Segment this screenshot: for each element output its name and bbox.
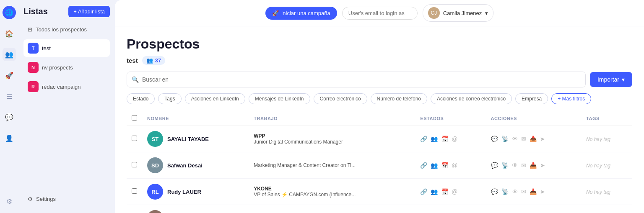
select-all-checkbox[interactable] (132, 115, 137, 121)
avatar: SS (147, 210, 163, 213)
list-badge-t: T (28, 43, 39, 54)
message-icon[interactable]: 💬 (491, 162, 498, 169)
chat-icon[interactable]: 💬 (3, 110, 16, 124)
import-button[interactable]: Importar ▾ (590, 72, 632, 87)
chevron-down-icon: ▾ (485, 10, 488, 16)
at-icon[interactable]: @ (452, 136, 457, 142)
filter-correo[interactable]: Correo electrónico (314, 93, 367, 104)
top-bar-center: 🚀 Iniciar una campaña CJ Camila Jimenez … (265, 4, 494, 22)
link-icon[interactable]: 🔗 (420, 136, 427, 142)
sidebar-item-test[interactable]: T test (23, 39, 110, 57)
send-icon[interactable]: ➤ (540, 162, 545, 169)
icon-rail: 🌐 🏠 👥 🚀 ☰ 💬 👤 ⚙ (0, 0, 18, 213)
avatar: RL (147, 184, 163, 200)
prospect-count-badge: 👥 37 (142, 56, 165, 65)
calendar-icon[interactable]: 📅 (441, 188, 448, 195)
user-badge[interactable]: CJ Camila Jimenez ▾ (423, 4, 493, 22)
rocket-small-icon: 🚀 (272, 10, 279, 16)
home-icon[interactable]: 🏠 (3, 27, 16, 40)
filter-empresa[interactable]: Empresa (515, 93, 548, 104)
main-content: 🚀 Iniciar una campaña CJ Camila Jimenez … (115, 0, 644, 213)
mail-icon[interactable]: ✉ (521, 136, 526, 142)
group-icon[interactable]: 👤 (3, 131, 16, 145)
send-icon[interactable]: ➤ (540, 136, 545, 142)
eye-icon[interactable]: 👁 (512, 136, 518, 142)
table-row: SD Safwan Desai Marketing Manager & Cont… (127, 152, 632, 179)
globe-icon[interactable]: 🌐 (3, 6, 16, 19)
sidebar-header: Listas + Añadir lista (23, 6, 110, 17)
action-icons: 💬 📡 👁 ✉ 📥 ➤ (491, 188, 576, 195)
row-checkbox-2[interactable] (132, 162, 137, 167)
filter-more[interactable]: + Más filtros (551, 93, 591, 104)
users-icon[interactable]: 👥 (3, 48, 16, 61)
row-checkbox-3[interactable] (132, 188, 137, 194)
col-acciones: ACCIONES (486, 111, 581, 126)
at-icon[interactable]: @ (452, 162, 457, 169)
search-bar-row: 🔍 Importar ▾ (127, 72, 632, 87)
sidebar: Listas + Añadir lista ⊞ Todos los prospe… (18, 0, 115, 213)
search-icon: 🔍 (132, 76, 139, 83)
settings-icon[interactable]: ⚙ (3, 195, 16, 208)
at-icon[interactable]: @ (452, 188, 457, 195)
sidebar-item-redac-campaign[interactable]: R rédac campaign (23, 78, 110, 95)
group-icon[interactable]: 👥 (431, 188, 438, 195)
menu-icon[interactable]: ☰ (3, 90, 16, 103)
action-icons: 💬 📡 👁 ✉ 📥 ➤ (491, 162, 576, 169)
eye-icon[interactable]: 👁 (512, 188, 518, 195)
rss-icon[interactable]: 📡 (501, 136, 509, 142)
inbox-icon[interactable]: 📥 (530, 188, 537, 195)
job-cell: YouTube Youtuber 100k / Digital influenc… (249, 205, 415, 213)
group-icon[interactable]: 👥 (431, 162, 438, 169)
filter-estado[interactable]: Estado (127, 93, 155, 104)
search-input[interactable] (127, 72, 586, 87)
sidebar-item-nv-prospects[interactable]: N nv prospects (23, 59, 110, 76)
sidebar-settings[interactable]: ⚙ Settings (23, 192, 110, 205)
filter-mensajes-linkedin[interactable]: Mensajes de LinkedIn (249, 93, 310, 104)
no-tag-label: No hay tag (586, 163, 610, 169)
message-icon[interactable]: 💬 (491, 188, 498, 195)
message-icon[interactable]: 💬 (491, 136, 498, 142)
filter-row: Estado Tags Acciones en LinkedIn Mensaje… (127, 93, 632, 104)
launch-campaign-button[interactable]: 🚀 Iniciar una campaña (265, 7, 337, 20)
prospects-table: NOMBRE TRABAJO ESTADOS ACCIONES TAGS ST (127, 111, 632, 213)
filter-acciones-correo[interactable]: Acciones de correo electrónico (431, 93, 512, 104)
prospect-name: SAYALI TAYADE (167, 136, 209, 142)
link-icon[interactable]: 🔗 (420, 162, 427, 169)
no-tag-label: No hay tag (586, 136, 610, 142)
avatar: ST (147, 131, 163, 147)
job-cell: YKONE VP of Sales ⚡ CAMPAYGN.com (Influe… (249, 179, 415, 205)
add-list-button[interactable]: + Añadir lista (68, 6, 110, 17)
prospect-name: Safwan Desai (167, 162, 203, 169)
email-login-input[interactable] (342, 7, 418, 20)
search-input-wrap: 🔍 (127, 72, 586, 87)
rocket-icon[interactable]: 🚀 (3, 69, 16, 82)
filter-telefono[interactable]: Número de teléfono (371, 93, 427, 104)
status-icons: 🔗 👥 📅 @ (420, 136, 480, 142)
link-icon[interactable]: 🔗 (420, 188, 427, 195)
sidebar-title: Listas (23, 7, 48, 16)
users-count-icon: 👥 (146, 57, 153, 64)
table-row: ST SAYALI TAYADE WPP Junior Digital Comm… (127, 126, 632, 152)
inbox-icon[interactable]: 📥 (530, 136, 537, 142)
mail-icon[interactable]: ✉ (521, 188, 526, 195)
col-tags: TAGS (581, 111, 632, 126)
rss-icon[interactable]: 📡 (501, 188, 509, 195)
col-nombre: NOMBRE (142, 111, 249, 126)
list-badge-n: N (28, 62, 39, 73)
row-checkbox-1[interactable] (132, 136, 137, 141)
col-estados: ESTADOS (415, 111, 486, 126)
user-avatar: CJ (428, 7, 440, 19)
list-badge-r: R (28, 81, 39, 92)
calendar-icon[interactable]: 📅 (441, 136, 448, 142)
mail-icon[interactable]: ✉ (521, 162, 526, 169)
filter-acciones-linkedin[interactable]: Acciones en LinkedIn (185, 93, 245, 104)
rss-icon[interactable]: 📡 (501, 162, 509, 169)
inbox-icon[interactable]: 📥 (530, 162, 537, 169)
calendar-icon[interactable]: 📅 (441, 162, 448, 169)
send-icon[interactable]: ➤ (540, 188, 545, 195)
group-icon[interactable]: 👥 (431, 136, 438, 142)
filter-tags[interactable]: Tags (158, 93, 181, 104)
status-icons: 🔗 👥 📅 @ (420, 188, 480, 195)
sidebar-all-prospects[interactable]: ⊞ Todos los prospectos (23, 23, 110, 36)
eye-icon[interactable]: 👁 (512, 162, 518, 169)
